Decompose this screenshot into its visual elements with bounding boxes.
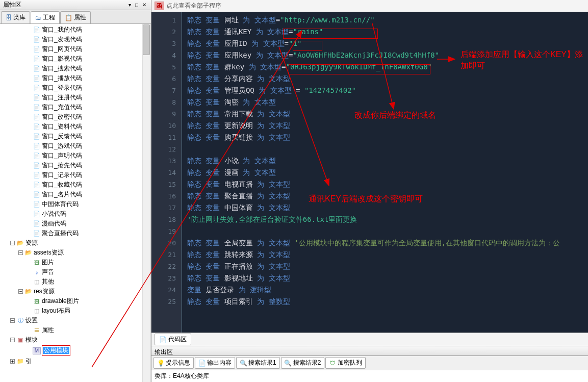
tree-toggle-icon[interactable]: − (10, 338, 15, 342)
tree-node-公用模块[interactable]: M公用模块 (0, 345, 150, 356)
panel-tab-工程[interactable]: 🗂工程 (31, 11, 60, 23)
pin-icon[interactable]: □ (134, 2, 140, 8)
tab-label: 输出内容 (207, 359, 232, 367)
tree-node-窗口_抢先代码[interactable]: 📄窗口_抢先代码 (0, 161, 150, 170)
tab-icon: 📄 (198, 360, 206, 367)
code-line-13[interactable]: 静态 变量 小说 为 文本型 (187, 155, 588, 167)
tree-toggle-icon[interactable]: − (18, 289, 23, 294)
output-tab-提示信息[interactable]: 💡提示信息 (154, 357, 194, 369)
tree-node-设置[interactable]: −ⓘ设置 (0, 316, 150, 325)
tree-toggle-icon[interactable]: − (10, 241, 15, 245)
tree-node-模块[interactable]: −▣模块 (0, 335, 150, 345)
form-icon: 📄 (33, 65, 41, 72)
snd-icon: ♪ (33, 269, 41, 276)
code-line-7[interactable]: 静态 变量 管理员QQ 为 文本型 = "1427457402" (187, 85, 588, 96)
tree-node-assets资源[interactable]: −📂assets资源 (0, 248, 150, 258)
code-line-6[interactable]: 静态 变量 分享内容 为 文本型 (187, 73, 588, 85)
code-line-8[interactable]: 静态 变量 淘密 为 文本型 (187, 96, 588, 108)
code-editor[interactable]: 1234567891011121314151617181920212223242… (151, 12, 588, 333)
code-line-24[interactable]: 变量 是否登录 为 逻辑型 (187, 284, 588, 296)
db-icon: 🗄 (6, 14, 12, 21)
tree-node-drawable图片[interactable]: 🖼drawable图片 (0, 296, 150, 306)
folder-icon: 📁 (16, 358, 24, 365)
code-line-25[interactable]: 静态 变量 项目索引 为 整数型 (187, 296, 588, 308)
output-tab-搜索结果1[interactable]: 🔍搜索结果1 (236, 357, 280, 369)
code-line-11[interactable]: 静态 变量 购买链接 为 文本型 (187, 132, 588, 143)
tree-node-窗口_发现代码[interactable]: 📄窗口_发现代码 (0, 35, 150, 44)
tree-node-引[interactable]: +📁引 (0, 356, 150, 366)
code-line-5[interactable]: 静态 变量 群key 为 文本型="0RJ63pjgyy9kTwokIDMf_T… (187, 61, 588, 73)
code-line-23[interactable]: 静态 变量 影视地址 为 文本型 (187, 272, 588, 284)
code-line-10[interactable]: 静态 变量 更新说明 为 文本型 (187, 120, 588, 132)
form-icon: 📄 (33, 152, 41, 160)
code-line-15[interactable]: 静态 变量 电视直播 为 文本型 (187, 179, 588, 190)
tree-node-图片[interactable]: 🖼图片 (0, 258, 150, 267)
code-line-18[interactable]: '防止网址失效,全部在后台验证文件66.txt里面更换 (187, 214, 588, 225)
tree-node-窗口_改密代码[interactable]: 📄窗口_改密代码 (0, 112, 150, 122)
code-line-4[interactable]: 静态 变量 应用key 为 文本型="AoOW6HFHbE2aKcnj3FcJI… (187, 49, 588, 61)
tree-label: res资源 (34, 287, 55, 296)
tree-node-中国体育代码[interactable]: 📄中国体育代码 (0, 199, 150, 209)
tree-node-窗口_游戏代码[interactable]: 📄窗口_游戏代码 (0, 141, 150, 151)
breadcrumb[interactable]: 点此查看全部子程序 (166, 2, 221, 10)
code-line-21[interactable]: 静态 变量 跳转来源 为 文本型 (187, 249, 588, 261)
tab-label: 加密队列 (338, 359, 362, 367)
tree-toggle-icon[interactable]: + (10, 359, 15, 364)
tree-node-窗口_名片代码[interactable]: 📄窗口_名片代码 (0, 190, 150, 199)
tree-node-属性[interactable]: ☰属性 (0, 325, 150, 335)
code-header: 函 点此查看全部子程序 (151, 0, 588, 12)
info-icon: ⓘ (16, 317, 24, 324)
tree-node-layout布局[interactable]: ◫layout布局 (0, 306, 150, 316)
code-line-3[interactable]: 静态 变量 应用ID 为 文本型="1" (187, 38, 588, 49)
tree-node-窗口_搜索代码[interactable]: 📄窗口_搜索代码 (0, 64, 150, 73)
code-line-1[interactable]: 静态 变量 网址 为 文本型="http://www.m213.cn//" (187, 14, 588, 26)
output-tabs: 💡提示信息📄输出内容🔍搜索结果1🔍搜索结果2🛡加密队列 (151, 356, 588, 370)
tree-node-窗口_我的代码[interactable]: 📄窗口_我的代码 (0, 25, 150, 35)
tree-node-其他[interactable]: ◫其他 (0, 277, 150, 287)
tree-toggle-icon[interactable]: − (18, 250, 23, 255)
tree-node-窗口_收藏代码[interactable]: 📄窗口_收藏代码 (0, 180, 150, 190)
tree-node-资源[interactable]: −📂资源 (0, 238, 150, 248)
code-line-19[interactable] (187, 225, 588, 237)
dropdown-icon[interactable]: ▾ (127, 2, 133, 8)
tree-node-小说代码[interactable]: 📄小说代码 (0, 209, 150, 219)
tree-node-res资源[interactable]: −📂res资源 (0, 287, 150, 296)
tree-node-漫画代码[interactable]: 📄漫画代码 (0, 219, 150, 228)
tree-node-窗口_登录代码[interactable]: 📄窗口_登录代码 (0, 83, 150, 93)
output-tab-加密队列[interactable]: 🛡加密队列 (325, 357, 366, 369)
tree-node-窗口_声明代码[interactable]: 📄窗口_声明代码 (0, 151, 150, 161)
tree-node-窗口_反馈代码[interactable]: 📄窗口_反馈代码 (0, 132, 150, 141)
panel-tab-属性[interactable]: 📋属性 (60, 11, 91, 23)
tree-node-窗口_注册代码[interactable]: 📄窗口_注册代码 (0, 93, 150, 103)
code-line-9[interactable]: 静态 变量 常用下载 为 文本型 (187, 108, 588, 120)
close-icon[interactable]: ✕ (141, 2, 148, 8)
tree-node-窗口_播放代码[interactable]: 📄窗口_播放代码 (0, 73, 150, 83)
code-line-12[interactable] (187, 143, 588, 155)
code-line-17[interactable]: 静态 变量 中国体育 为 文本型 (187, 202, 588, 214)
scrollbar-thumb[interactable] (143, 24, 150, 55)
output-tab-输出内容[interactable]: 📄输出内容 (195, 357, 235, 369)
tree-node-窗口_充值代码[interactable]: 📄窗口_充值代码 (0, 103, 150, 112)
tree-label: 窗口_注册代码 (42, 93, 82, 102)
code-line-2[interactable]: 静态 变量 通讯KEY 为 文本型="rains" (187, 26, 588, 38)
tree-node-窗口_资料代码[interactable]: 📄窗口_资料代码 (0, 122, 150, 132)
form-icon: 📄 (33, 182, 41, 189)
tree-node-窗口_影视代码[interactable]: 📄窗口_影视代码 (0, 54, 150, 64)
panel-tab-类库[interactable]: 🗄类库 (1, 11, 30, 23)
panel-title: 属性区 (3, 1, 21, 9)
code-lines[interactable]: 静态 变量 网址 为 文本型="http://www.m213.cn//"静态 … (182, 12, 588, 333)
code-line-16[interactable]: 静态 变量 聚合直播 为 文本型 (187, 190, 588, 202)
code-line-20[interactable]: 静态 变量 全局变量 为 文本型 '公用模块中的程序集变量可作为全局变量使用,在… (187, 237, 588, 249)
tree-node-聚合直播代码[interactable]: 📄聚合直播代码 (0, 228, 150, 238)
output-tab-搜索结果2[interactable]: 🔍搜索结果2 (281, 357, 325, 369)
tree-node-窗口_记录代码[interactable]: 📄窗口_记录代码 (0, 170, 150, 180)
project-tree[interactable]: 📄窗口_我的代码📄窗口_发现代码📄窗口_网页代码📄窗口_影视代码📄窗口_搜索代码… (0, 24, 151, 382)
tab-code-area[interactable]: 📄 代码区 (155, 334, 191, 345)
tree-scrollbar[interactable] (142, 24, 150, 382)
tree-toggle-icon[interactable]: − (10, 318, 15, 323)
tree-node-声音[interactable]: ♪声音 (0, 267, 150, 277)
code-line-14[interactable]: 静态 变量 漫画 为 文本型 (187, 167, 588, 179)
tree-node-窗口_网页代码[interactable]: 📄窗口_网页代码 (0, 44, 150, 54)
code-line-22[interactable]: 静态 变量 正在播放 为 文本型 (187, 261, 588, 272)
tree-label: drawable图片 (42, 297, 79, 305)
